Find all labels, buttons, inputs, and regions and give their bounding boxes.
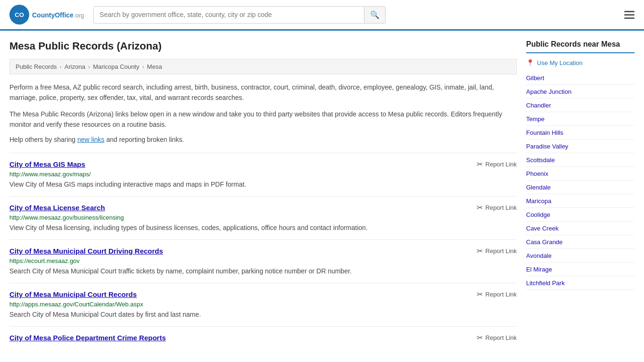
use-location-label: Use My Location bbox=[537, 59, 583, 66]
record-desc-2: Search City of Mesa Municipal Court traf… bbox=[9, 266, 517, 276]
nearby-locations-list: GilbertApache JunctionChandlerTempeFount… bbox=[526, 71, 635, 290]
menu-line-1 bbox=[624, 11, 635, 12]
sidebar-location-link-6[interactable]: Scottsdale bbox=[526, 156, 555, 164]
breadcrumb-arizona[interactable]: Arizona bbox=[65, 63, 85, 70]
svg-text:CO: CO bbox=[15, 11, 24, 18]
report-label-3: Report Link bbox=[486, 291, 517, 298]
sidebar: Public Records near Mesa 📍 Use My Locati… bbox=[526, 40, 635, 351]
record-title-1[interactable]: City of Mesa License Search bbox=[9, 204, 105, 212]
sidebar-location-link-8[interactable]: Glendale bbox=[526, 184, 551, 191]
share-suffix: and reporting broken links. bbox=[105, 136, 184, 143]
use-location-link[interactable]: 📍 Use My Location bbox=[526, 59, 635, 66]
sidebar-location-link-14[interactable]: El Mirage bbox=[526, 266, 552, 273]
description-2: The Mesa Public Records (Arizona) links … bbox=[9, 109, 517, 130]
report-icon-1: ✂ bbox=[477, 203, 483, 212]
menu-line-3 bbox=[624, 17, 635, 19]
location-pin-icon: 📍 bbox=[526, 59, 534, 66]
logo-suffix: .org bbox=[74, 12, 84, 19]
report-label-1: Report Link bbox=[486, 204, 517, 211]
record-header: City of Mesa Police Department Crime Rep… bbox=[9, 333, 517, 342]
share-text: Help others by sharing new links and rep… bbox=[9, 136, 517, 143]
sidebar-location-link-9[interactable]: Maricopa bbox=[526, 197, 551, 205]
breadcrumb-sep-2: › bbox=[88, 63, 90, 70]
sidebar-location-item: Apache Junction bbox=[526, 85, 635, 99]
sidebar-location-item: Chandler bbox=[526, 99, 635, 112]
sidebar-location-item: Paradise Valley bbox=[526, 140, 635, 153]
sidebar-title: Public Records near Mesa bbox=[526, 40, 635, 53]
sidebar-location-link-15[interactable]: Litchfield Park bbox=[526, 280, 565, 287]
sidebar-location-item: Tempe bbox=[526, 112, 635, 126]
logo[interactable]: CO CountyOffice.org bbox=[9, 5, 84, 25]
search-input[interactable] bbox=[94, 7, 364, 22]
main-container: Mesa Public Records (Arizona) Public Rec… bbox=[0, 31, 644, 360]
sidebar-location-link-13[interactable]: Avondale bbox=[526, 252, 552, 259]
breadcrumb-sep-3: › bbox=[142, 63, 144, 70]
record-title-4[interactable]: City of Mesa Police Department Crime Rep… bbox=[9, 334, 166, 342]
report-link-2[interactable]: ✂ Report Link bbox=[477, 247, 517, 255]
sidebar-location-link-2[interactable]: Chandler bbox=[526, 102, 551, 109]
report-link-3[interactable]: ✂ Report Link bbox=[477, 290, 517, 299]
sidebar-location-link-0[interactable]: Gilbert bbox=[526, 74, 544, 82]
sidebar-location-link-11[interactable]: Cave Creek bbox=[526, 225, 559, 232]
sidebar-location-link-4[interactable]: Fountain Hills bbox=[526, 129, 563, 136]
search-bar: 🔍 bbox=[93, 6, 386, 24]
sidebar-location-link-3[interactable]: Tempe bbox=[526, 115, 545, 123]
record-header: City of Mesa Municipal Court Driving Rec… bbox=[9, 247, 517, 255]
search-button[interactable]: 🔍 bbox=[364, 7, 385, 23]
record-header: City of Mesa License Search ✂ Report Lin… bbox=[9, 203, 517, 212]
report-icon-2: ✂ bbox=[477, 247, 483, 255]
record-title-2[interactable]: City of Mesa Municipal Court Driving Rec… bbox=[9, 247, 163, 255]
report-link-0[interactable]: ✂ Report Link bbox=[477, 160, 517, 169]
breadcrumb-maricopa[interactable]: Maricopa County bbox=[93, 63, 139, 70]
breadcrumb-mesa[interactable]: Mesa bbox=[147, 63, 162, 70]
logo-name: CountyOffice bbox=[32, 11, 74, 19]
sidebar-location-item: Gilbert bbox=[526, 71, 635, 85]
record-desc-3: Search City of Mesa Municipal Court date… bbox=[9, 310, 517, 320]
sidebar-location-link-1[interactable]: Apache Junction bbox=[526, 88, 571, 95]
sidebar-location-link-7[interactable]: Phoenix bbox=[526, 170, 548, 177]
report-label-4: Report Link bbox=[486, 334, 517, 341]
sidebar-location-item: Coolidge bbox=[526, 208, 635, 222]
record-url-2[interactable]: https://ecourt.mesaaz.gov bbox=[9, 257, 517, 264]
record-desc-1: View City of Mesa licensing, including t… bbox=[9, 223, 517, 233]
sidebar-location-item: Phoenix bbox=[526, 167, 635, 181]
sidebar-location-link-5[interactable]: Paradise Valley bbox=[526, 143, 568, 150]
record-url-0[interactable]: http://www.mesaaz.gov/maps/ bbox=[9, 171, 517, 178]
site-header: CO CountyOffice.org 🔍 bbox=[0, 0, 644, 31]
page-title: Mesa Public Records (Arizona) bbox=[9, 40, 517, 52]
report-icon-4: ✂ bbox=[477, 333, 483, 342]
sidebar-location-item: Scottsdale bbox=[526, 153, 635, 167]
new-links-link[interactable]: new links bbox=[77, 136, 105, 143]
record-title-0[interactable]: City of Mesa GIS Maps bbox=[9, 160, 85, 168]
sidebar-location-item: Glendale bbox=[526, 181, 635, 194]
record-desc-0: View City of Mesa GIS maps including int… bbox=[9, 180, 517, 189]
logo-wordmark: CountyOffice.org bbox=[32, 10, 84, 20]
main-content: Mesa Public Records (Arizona) Public Rec… bbox=[9, 40, 517, 351]
report-link-1[interactable]: ✂ Report Link bbox=[477, 203, 517, 212]
sidebar-location-link-10[interactable]: Coolidge bbox=[526, 211, 550, 218]
record-url-3[interactable]: http://apps.mesaaz.gov/CourtCalendar/Web… bbox=[9, 301, 517, 308]
sidebar-location-item: Maricopa bbox=[526, 194, 635, 208]
record-entry: City of Mesa License Search ✂ Report Lin… bbox=[9, 196, 517, 239]
description-1: Perform a free Mesa, AZ public record se… bbox=[9, 82, 517, 103]
share-prefix: Help others by sharing bbox=[9, 136, 77, 143]
report-link-4[interactable]: ✂ Report Link bbox=[477, 333, 517, 342]
sidebar-location-item: Litchfield Park bbox=[526, 276, 635, 290]
breadcrumb-public-records[interactable]: Public Records bbox=[16, 63, 57, 70]
sidebar-location-item: Casa Grande bbox=[526, 235, 635, 249]
sidebar-location-link-12[interactable]: Casa Grande bbox=[526, 239, 562, 246]
sidebar-location-item: Cave Creek bbox=[526, 222, 635, 235]
record-header: City of Mesa GIS Maps ✂ Report Link bbox=[9, 160, 517, 169]
report-icon-0: ✂ bbox=[477, 160, 483, 169]
breadcrumb-sep-1: › bbox=[59, 63, 61, 70]
record-title-3[interactable]: City of Mesa Municipal Court Records bbox=[9, 290, 137, 298]
record-entry: City of Mesa Municipal Court Driving Rec… bbox=[9, 239, 517, 283]
record-url-1[interactable]: http://www.mesaaz.gov/business/licensing bbox=[9, 214, 517, 221]
hamburger-menu[interactable] bbox=[624, 11, 635, 19]
record-header: City of Mesa Municipal Court Records ✂ R… bbox=[9, 290, 517, 299]
report-label-0: Report Link bbox=[486, 161, 517, 168]
report-label-2: Report Link bbox=[486, 247, 517, 255]
sidebar-location-item: Avondale bbox=[526, 249, 635, 263]
record-entry: City of Mesa GIS Maps ✂ Report Link http… bbox=[9, 153, 517, 196]
search-icon: 🔍 bbox=[370, 11, 380, 19]
